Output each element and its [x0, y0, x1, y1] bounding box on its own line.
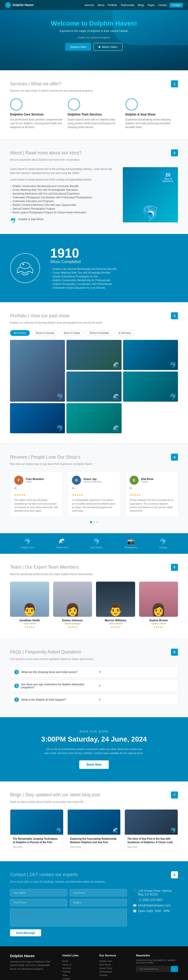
services-subtitle: Discover our wide range of dolphin exper… [10, 89, 135, 92]
portfolio-item-3[interactable]: 🌊 [66, 372, 121, 402]
faq-toggle-2[interactable]: ∨ [99, 698, 174, 701]
team-section: Team | Our Expert Team Members 5 Meet th… [0, 554, 188, 638]
nav-link-testimonials[interactable]: Testimonials [120, 4, 134, 6]
nav-logo[interactable]: 🐬 Dolphin Haven [5, 2, 33, 8]
footer-link-4[interactable]: Team [62, 974, 93, 977]
booking-description: Join us for an extraordinary dolphin exp… [44, 747, 144, 755]
contact-name-input[interactable] [10, 889, 67, 896]
filter-dubai[interactable]: Show In Dubai [60, 330, 84, 336]
newsletter-submit-button[interactable]: → [171, 966, 178, 972]
nav-link-pages[interactable]: Pages [148, 4, 155, 6]
team-number: 5 [171, 564, 178, 571]
book-now-button[interactable]: Book Now [79, 760, 109, 769]
blog-date-1: June 2024 [70, 846, 118, 848]
service-1-desc: Expert trainers work with our dolphins d… [68, 118, 120, 129]
footer-service-2[interactable]: Ocean Tours [99, 966, 130, 970]
portfolio-item-1[interactable]: 🌊 [66, 340, 121, 370]
service-2-desc: Experience breathtaking shows featuring … [125, 118, 178, 129]
about-footer: 🐬 Dolphin & Seal Show [10, 217, 117, 224]
faqs-heading: FAQs | Frequently Asked Questions [10, 649, 81, 655]
contact-subject-input[interactable] [70, 899, 127, 906]
portfolio-item-0[interactable]: 🐬 [10, 340, 65, 402]
blog-card-1[interactable]: 🌊 Exploring the Fascinating Relationship… [68, 809, 121, 851]
footer-service-4[interactable]: Training [99, 974, 130, 977]
services-number: 1 [171, 80, 178, 88]
location-icon: 📍 [133, 889, 137, 892]
footer-service-1[interactable]: Seal Shows [99, 963, 130, 966]
hero-watch-button[interactable]: ▶ Watch Video [93, 43, 123, 51]
stats-content: 1910 Show Completed Dolphin Care Service… [50, 247, 117, 290]
team-person-icon-1: 👩 [65, 603, 80, 617]
contact-email-input[interactable] [70, 889, 127, 896]
footer-link-3[interactable]: Portfolio [62, 970, 93, 974]
team-person-icon-0: 👨 [22, 603, 37, 617]
faq-question-0[interactable]: Q What are the showing times and ticket … [10, 667, 178, 677]
portfolio-item-5[interactable]: 🐬 [10, 403, 65, 433]
faq-question-1[interactable]: Q Are there any age restrictions for dol… [10, 680, 178, 692]
faq-toggle-0[interactable]: ∨ [99, 670, 174, 673]
nav-link-about[interactable]: About [98, 4, 104, 6]
nav-link-blogs[interactable]: Blogs [138, 4, 144, 6]
footer-link-5[interactable]: Contact [62, 977, 93, 980]
contact-message-input[interactable] [10, 909, 127, 926]
svg-point-6 [20, 262, 30, 269]
blog-title-1: Exploring the Fascinating Relationship B… [70, 837, 118, 844]
play-icon: ▶ [99, 45, 101, 48]
about-footer-icon: 🐬 [10, 218, 16, 224]
strip-label-0: Dolphin Care [21, 546, 34, 549]
filter-canada[interactable]: Show In Canada [32, 330, 58, 336]
team-photo-0: 👨 [10, 582, 49, 617]
footer-link-1[interactable]: About Us [62, 963, 93, 966]
blog-card-0[interactable]: 🐬 The Remarkable Jumping Techniques of D… [10, 809, 63, 851]
portfolio-item-4[interactable]: 🐬 [123, 372, 178, 402]
stats-item-2: Dolphin Educational Photography for this [50, 275, 117, 278]
portfolio-title-row: Portfolio | View our past show 3 [10, 312, 178, 319]
team-card-0: 👨 Jonathan Smith Lead Trainer ★★★★★ [10, 582, 49, 628]
footer-service-0[interactable]: Dolphin Care [99, 959, 130, 963]
strip-item-3: 📸 Photography [124, 538, 137, 549]
booking-section: Book Our Show 3:00PM Saturday, 24 June, … [0, 717, 188, 781]
filter-australia[interactable]: Show In Australia [86, 330, 112, 336]
review-stars-2: ★★★★★ [130, 493, 174, 496]
nav-contact-button[interactable]: Contact [169, 3, 183, 8]
svg-point-0 [11, 99, 22, 110]
newsletter-email-input[interactable] [136, 966, 170, 972]
dolphin-wave-svg [14, 257, 36, 279]
filter-germany[interactable]: & Germany [115, 330, 135, 336]
faq-question-2[interactable]: Q What is the Dolphin & Seal Support? ∨ [10, 694, 178, 705]
blog-card-2[interactable]: 🐬 The lives of Sea Fish in the Sea with … [125, 809, 178, 851]
reviewer-name-2: Ella Rose [141, 477, 154, 480]
contact-phone-input[interactable] [10, 899, 67, 906]
review-dot-1[interactable] [93, 521, 95, 523]
blogs-subtitle: Read our latest articles about dolphin c… [10, 800, 135, 803]
reviews-number: 4 [171, 453, 178, 461]
contact-layout: Send Message 📍123 Ocean Drive, Marine Ba… [10, 889, 178, 936]
portfolio-item-2[interactable]: 🐬 [123, 340, 178, 370]
about-list-item-6: Special Dolphin Photography Program [10, 207, 117, 211]
faq-item-2: Q What is the Dolphin & Seal Support? ∨ [10, 694, 178, 705]
stats-label: Show Completed [50, 259, 117, 264]
nav-link-portfolio[interactable]: Portfolio [108, 4, 117, 6]
review-dot-2[interactable] [96, 521, 98, 523]
nav-link-services[interactable]: Services [84, 4, 94, 6]
footer-services-col: Our Services Dolphin Care Seal Shows Oce… [99, 954, 130, 980]
footer-link-0[interactable]: Home [62, 959, 93, 963]
nav-link-contact[interactable]: Contact [158, 4, 167, 6]
review-dot-0[interactable] [90, 521, 92, 523]
svg-point-7 [23, 264, 24, 265]
services-section: Services | What we offer? 1 Discover our… [0, 70, 188, 139]
footer-link-2[interactable]: Services [62, 966, 93, 970]
footer-service-3[interactable]: Photography [99, 970, 130, 974]
hero-explore-button[interactable]: Explore Now [65, 43, 91, 51]
team-name-0: Jonathan Smith [10, 619, 49, 622]
portfolio-item-6[interactable]: 🌊 [66, 403, 121, 433]
svg-point-4 [126, 99, 137, 110]
team-role-0: Lead Trainer [10, 622, 49, 625]
about-list-item-0: Dolphin Conservation Membership and Comm… [10, 184, 117, 188]
contact-submit-button[interactable]: Send Message [10, 929, 41, 936]
team-title-row: Team | Our Expert Team Members 5 [10, 564, 178, 571]
filter-all[interactable]: All Country [10, 330, 30, 336]
service-0-desc: Our professional team provides comprehen… [10, 118, 63, 129]
contact-phone: 📞+1 (555) 123-4567 [133, 898, 178, 902]
faq-toggle-1[interactable]: ∨ [99, 684, 174, 687]
